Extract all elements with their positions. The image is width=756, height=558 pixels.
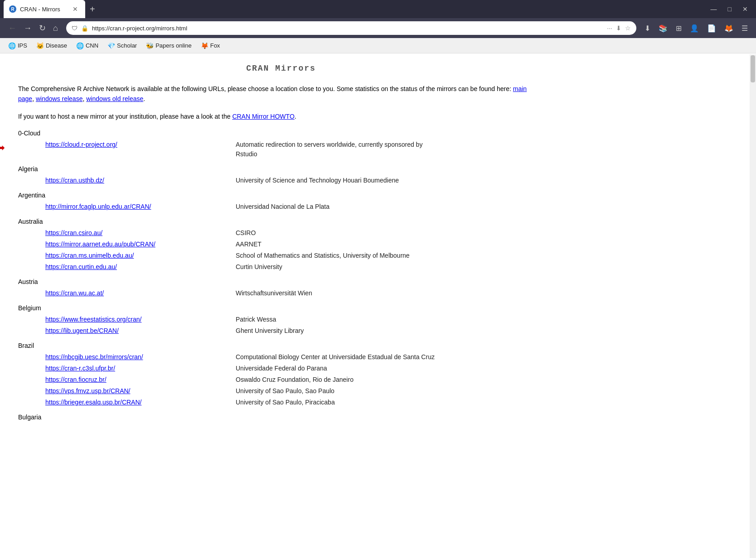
main-content: CRAN Mirrors The Comprehensive R Archive… <box>0 53 562 445</box>
mirror-link-australia-3[interactable]: https://cran.ms.unimelb.edu.au/ <box>45 251 236 260</box>
mirror-link-australia-2[interactable]: https://mirror.aarnet.edu.au/pub/CRAN/ <box>45 240 236 249</box>
pocket-icon[interactable]: ⬇ <box>616 24 621 32</box>
bookmark-scholar[interactable]: 💎 Scholar <box>104 41 141 51</box>
mirror-row-brazil-5: https://brieger.esalq.usp.br/CRAN/ Unive… <box>18 398 544 407</box>
mirror-link-belgium-2[interactable]: https://lib.ugent.be/CRAN/ <box>45 326 236 336</box>
bookmarks-bar: 🌐 IPS 🐱 Disease 🌐 CNN 💎 Scholar 🐝 Papers… <box>0 38 756 53</box>
scrollbar-thumb[interactable] <box>751 55 755 82</box>
home-button[interactable]: ⌂ <box>50 22 61 35</box>
new-tab-button[interactable]: + <box>85 0 100 18</box>
country-name-austria: Austria <box>18 277 544 287</box>
intro-text-1: The Comprehensive R Archive Network is a… <box>18 85 513 92</box>
mirror-link-brazil-5[interactable]: https://brieger.esalq.usp.br/CRAN/ <box>45 398 236 407</box>
mirror-desc-brazil-2: Universidade Federal do Parana <box>236 364 327 373</box>
mirror-row-australia-3: https://cran.ms.unimelb.edu.au/ School o… <box>18 251 544 260</box>
reader-icon[interactable]: 📄 <box>704 22 719 34</box>
mirror-row-australia-1: https://cran.csiro.au/ CSIRO <box>18 228 544 238</box>
active-tab[interactable]: R CRAN - Mirrors ✕ <box>4 0 85 18</box>
page-title: CRAN Mirrors <box>18 63 544 75</box>
bookmark-scholar-label: Scholar <box>117 42 137 49</box>
intro-paragraph-1: The Comprehensive R Archive Network is a… <box>18 84 544 104</box>
cnn-icon: 🌐 <box>76 42 84 49</box>
mirror-link-brazil-2[interactable]: https://cran-r.c3sl.ufpr.br/ <box>45 364 236 373</box>
profile-icon[interactable]: 👤 <box>687 22 702 34</box>
address-bar[interactable]: 🛡 🔒 https://cran.r-project.org/mirrors.h… <box>66 21 636 35</box>
country-name: 0-Cloud <box>18 129 544 138</box>
country-name-belgium: Belgium <box>18 303 544 313</box>
tab-close-button[interactable]: ✕ <box>71 5 80 14</box>
link-cran-mirror-howto[interactable]: CRAN Mirror HOWTO <box>232 113 294 120</box>
mirror-link-algeria[interactable]: https://cran.usthb.dz/ <box>45 176 236 185</box>
ips-icon: 🌐 <box>8 42 16 49</box>
disease-icon: 🐱 <box>36 42 44 49</box>
mirror-row-brazil-4: https://vps.fmvz.usp.br/CRAN/ University… <box>18 386 544 396</box>
mirror-row-brazil-3: https://cran.fiocruz.br/ Oswaldo Cruz Fo… <box>18 375 544 385</box>
menu-icon[interactable]: ☰ <box>739 22 751 34</box>
link-windows-release[interactable]: windows release <box>36 95 83 102</box>
mirror-section-brazil: Brazil https://nbcgib.uesc.br/mirrors/cr… <box>18 341 544 407</box>
bookmark-fox[interactable]: 🦊 Fox <box>197 41 224 51</box>
shield-icon: 🛡 <box>72 25 78 32</box>
minimize-button[interactable]: — <box>706 4 722 14</box>
mirror-row: ➡ https://cloud.r-project.org/ Automatic… <box>18 140 544 159</box>
bookmark-papers[interactable]: 🐝 Papers online <box>142 41 195 51</box>
bookmark-cnn-label: CNN <box>86 42 98 49</box>
mirror-section-algeria: Algeria https://cran.usthb.dz/ Universit… <box>18 164 544 185</box>
star-icon[interactable]: ☆ <box>625 24 631 32</box>
bookmark-disease[interactable]: 🐱 Disease <box>33 41 71 51</box>
more-icon: ··· <box>607 24 612 32</box>
bookmark-fox-label: Fox <box>210 42 220 49</box>
forward-button[interactable]: → <box>21 22 34 35</box>
mirror-link-brazil-3[interactable]: https://cran.fiocruz.br/ <box>45 375 236 385</box>
r-favicon: R <box>9 5 16 13</box>
mirror-link-australia-1[interactable]: https://cran.csiro.au/ <box>45 228 236 238</box>
page-container: CRAN Mirrors The Comprehensive R Archive… <box>0 53 756 445</box>
mirror-desc-belgium-1: Patrick Wessa <box>236 315 276 324</box>
mirror-section-bulgaria: Bulgaria <box>18 413 544 422</box>
maximize-button[interactable]: □ <box>723 4 736 14</box>
firefox-icon[interactable]: 🦊 <box>722 22 736 34</box>
mirror-desc-argentina: Universidad Nacional de La Plata <box>236 202 330 212</box>
mirror-row-belgium-2: https://lib.ugent.be/CRAN/ Ghent Univers… <box>18 326 544 336</box>
library-icon[interactable]: 📚 <box>656 22 670 34</box>
navbar: ← → ↻ ⌂ 🛡 🔒 https://cran.r-project.org/m… <box>0 18 756 38</box>
link-windows-old-release[interactable]: windows old release <box>86 95 143 102</box>
mirror-row-australia-4: https://cran.curtin.edu.au/ Curtin Unive… <box>18 262 544 272</box>
bookmark-ips-label: IPS <box>18 42 27 49</box>
refresh-button[interactable]: ↻ <box>36 21 48 35</box>
back-button[interactable]: ← <box>5 22 19 35</box>
mirror-section-australia: Australia https://cran.csiro.au/ CSIRO h… <box>18 217 544 272</box>
mirror-row-algeria: https://cran.usthb.dz/ University of Sci… <box>18 176 544 185</box>
bookmark-cnn[interactable]: 🌐 CNN <box>73 41 102 51</box>
country-name-brazil: Brazil <box>18 341 544 351</box>
mirror-link-australia-4[interactable]: https://cran.curtin.edu.au/ <box>45 262 236 272</box>
close-button[interactable]: ✕ <box>738 4 752 14</box>
mirror-link[interactable]: https://cloud.r-project.org/ <box>45 140 236 149</box>
mirror-section-0cloud: 0-Cloud ➡ https://cloud.r-project.org/ A… <box>18 129 544 159</box>
mirror-row-belgium-1: https://www.freestatistics.org/cran/ Pat… <box>18 315 544 324</box>
mirror-link-belgium-1[interactable]: https://www.freestatistics.org/cran/ <box>45 315 236 324</box>
mirror-desc-australia-1: CSIRO <box>236 228 256 238</box>
mirror-link-argentina[interactable]: http://mirror.fcaglp.unlp.edu.ar/CRAN/ <box>45 202 236 212</box>
extensions-icon[interactable]: ⊞ <box>673 22 684 34</box>
bookmark-ips[interactable]: 🌐 IPS <box>5 41 31 51</box>
mirror-row-australia-2: https://mirror.aarnet.edu.au/pub/CRAN/ A… <box>18 240 544 249</box>
mirror-row-argentina: http://mirror.fcaglp.unlp.edu.ar/CRAN/ U… <box>18 202 544 212</box>
mirror-row-austria: https://cran.wu.ac.at/ Wirtschaftsuniver… <box>18 289 544 298</box>
download-icon[interactable]: ⬇ <box>642 22 653 34</box>
url-display[interactable]: https://cran.r-project.org/mirrors.html <box>92 25 603 32</box>
mirror-link-austria[interactable]: https://cran.wu.ac.at/ <box>45 289 236 298</box>
mirror-link-brazil-1[interactable]: https://nbcgib.uesc.br/mirrors/cran/ <box>45 352 236 362</box>
mirror-section-austria: Austria https://cran.wu.ac.at/ Wirtschaf… <box>18 277 544 298</box>
red-arrow-icon: ➡ <box>0 141 5 158</box>
mirror-desc-algeria: University of Science and Technology Hou… <box>236 176 399 185</box>
tab-title: CRAN - Mirrors <box>20 6 60 13</box>
lock-icon: 🔒 <box>81 25 88 32</box>
country-name-bulgaria: Bulgaria <box>18 413 544 422</box>
mirror-desc-brazil-4: University of Sao Paulo, Sao Paulo <box>236 386 334 396</box>
scrollbar[interactable] <box>750 54 756 558</box>
papers-icon: 🐝 <box>146 42 154 49</box>
titlebar: R CRAN - Mirrors ✕ + — □ ✕ <box>0 0 756 18</box>
mirror-link-brazil-4[interactable]: https://vps.fmvz.usp.br/CRAN/ <box>45 386 236 396</box>
mirror-desc-australia-2: AARNET <box>236 240 262 249</box>
